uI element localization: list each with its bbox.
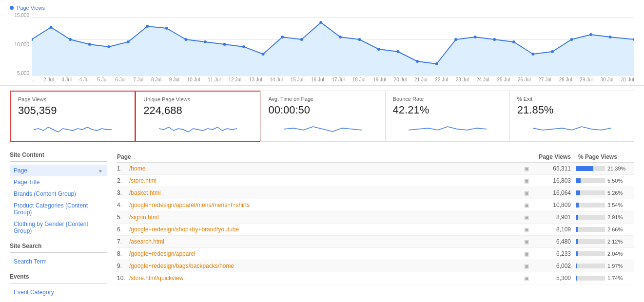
svg-point-30 (551, 50, 554, 53)
page-views-value: 8,109 (532, 226, 571, 233)
metric-label: Avg. Time on Page (268, 96, 377, 102)
page-views-value: 6,233 (532, 250, 571, 257)
table-section: Page Page Views % Page Views 1. /home ▣ … (117, 151, 634, 298)
x-label: ... (32, 77, 36, 82)
chevron-right-icon: ► (98, 168, 103, 173)
sidebar: Site Content Page ► Page Title Brands (C… (10, 151, 107, 298)
x-label: 30 Jul (600, 77, 613, 82)
x-label: 23 Jul (456, 77, 469, 82)
pct-text: 2.12% (607, 239, 623, 245)
table-row: 1. /home ▣ 65,311 21.39% (117, 163, 634, 175)
pct-text: 3.54% (607, 202, 623, 208)
svg-point-8 (127, 40, 130, 43)
sidebar-item-page-title[interactable]: Page Title (10, 176, 107, 188)
x-label: 29 Jul (580, 77, 593, 82)
page-link[interactable]: /signin.html (129, 214, 521, 221)
row-number: 5. (117, 214, 129, 221)
bar-fill (576, 276, 577, 281)
sidebar-item-label: Clothing by Gender (Content Group) (14, 221, 103, 234)
page-views-value: 65,311 (532, 165, 571, 172)
bar-container (576, 190, 605, 195)
page-views-value: 16,803 (532, 177, 571, 184)
page-link[interactable]: /home (129, 165, 521, 172)
pct-text: 2.66% (607, 226, 623, 232)
page-link[interactable]: /store.html (129, 177, 521, 184)
page-icon: ▣ (521, 166, 532, 172)
metric-unique-views: Unique Page Views 224,688 (135, 91, 261, 142)
metric-label: Bounce Rate (393, 96, 502, 102)
bar-pct-cell: 5.26% (571, 190, 634, 196)
pct-text: 2.91% (607, 214, 623, 220)
x-label: 7 Jul (133, 77, 143, 82)
svg-point-32 (589, 33, 592, 36)
row-number: 7. (117, 238, 129, 245)
page-link[interactable]: /store.html/quickview (129, 275, 521, 282)
x-label: 17 Jul (332, 77, 345, 82)
sparkline (517, 119, 626, 134)
x-label: 8 Jul (151, 77, 161, 82)
table-row: 7. /asearch.html ▣ 6,480 2.12% (117, 236, 634, 248)
page-link[interactable]: /asearch.html (129, 238, 521, 245)
x-label: 28 Jul (559, 77, 572, 82)
sidebar-divider (10, 252, 107, 253)
x-label: 24 Jul (476, 77, 489, 82)
bar-pct-cell: 2.04% (571, 251, 634, 257)
sidebar-item-label: Brands (Content Group) (14, 190, 76, 197)
x-label: 5 Jul (98, 77, 108, 82)
sidebar-item-product-categories[interactable]: Product Categories (Content Group) (10, 200, 107, 218)
page-link[interactable]: /google+redesign/bags/backpacks/home (129, 263, 521, 269)
bar-container (576, 215, 605, 220)
sidebar-item-label: Page (14, 167, 27, 174)
x-label: 4 Jul (79, 77, 90, 82)
chart-legend: Page Views (10, 5, 634, 11)
bar-pct-cell: 2.12% (571, 239, 634, 245)
table-row: 6. /google+redesign/shop+by+brand/youtub… (117, 224, 634, 236)
x-label: 19 Jul (373, 77, 386, 82)
x-label: 11 Jul (208, 77, 221, 82)
bar-pct-cell: 3.54% (571, 202, 634, 208)
sparkline (143, 120, 253, 134)
pct-text: 21.39% (607, 166, 625, 171)
table-rows-container: 1. /home ▣ 65,311 21.39% 2. /store.html … (117, 163, 634, 284)
svg-point-21 (377, 48, 380, 51)
x-label: 12 Jul (228, 77, 241, 82)
table-row: 3. /basket.html ▣ 16,064 5.26% (117, 187, 634, 199)
page-link[interactable]: /basket.html (129, 189, 521, 196)
page-link[interactable]: /google+redesign/apparel/mens/mens+t+shi… (129, 202, 521, 208)
metric-value: 305,359 (18, 104, 127, 117)
x-label: 21 Jul (414, 77, 428, 82)
y-label-3: 5,000 (17, 71, 29, 76)
metric-label: Unique Page Views (143, 96, 253, 102)
svg-point-18 (319, 21, 322, 24)
bar-fill (576, 227, 578, 232)
sparkline (18, 120, 127, 134)
sidebar-item-label: Event Category (14, 289, 54, 296)
row-number: 9. (117, 263, 129, 269)
page-link[interactable]: /google+redesign/apparel (129, 250, 521, 257)
table-row: 10. /store.html/quickview ▣ 5,300 1.74% (117, 272, 634, 284)
col-pageviews-header: Page Views (522, 153, 571, 160)
sidebar-item-clothing-by-gender[interactable]: Clothing by Gender (Content Group) (10, 218, 107, 237)
page-link[interactable]: /google+redesign/shop+by+brand/youtube (129, 226, 521, 233)
page-icon: ▣ (521, 239, 532, 245)
sidebar-item-brands[interactable]: Brands (Content Group) (10, 188, 107, 200)
bar-pct-cell: 1.74% (571, 275, 634, 281)
row-number: 8. (117, 250, 129, 257)
bar-pct-cell: 1.97% (571, 263, 634, 269)
svg-point-4 (50, 26, 53, 29)
sidebar-section-title-site-content: Site Content (10, 151, 107, 158)
x-label: 10 Jul (187, 77, 200, 82)
bar-pct-cell: 2.91% (571, 214, 634, 220)
svg-point-26 (474, 36, 477, 38)
sidebar-item-event-category[interactable]: Event Category (10, 286, 107, 298)
bar-fill (576, 239, 578, 244)
line-chart (32, 13, 634, 76)
sidebar-item-search-term[interactable]: Search Term (10, 256, 107, 267)
svg-point-33 (609, 36, 612, 38)
svg-point-20 (358, 38, 361, 41)
page-icon: ▣ (521, 275, 532, 282)
svg-point-28 (512, 40, 515, 43)
sidebar-item-page[interactable]: Page ► (10, 165, 107, 176)
svg-point-31 (570, 38, 573, 41)
bar-container (576, 227, 605, 232)
